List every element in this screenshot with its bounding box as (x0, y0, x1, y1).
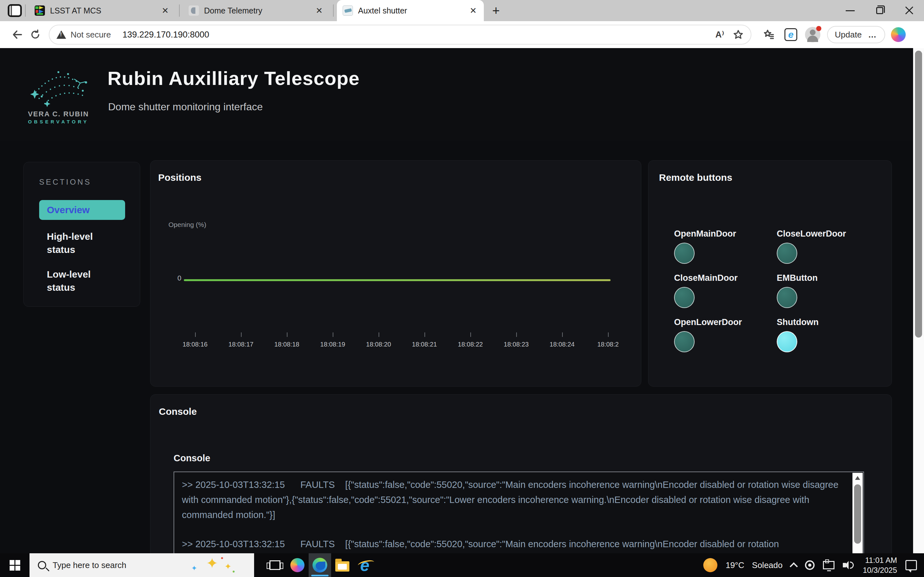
favorite-star-button[interactable] (733, 29, 744, 40)
positions-title: Positions (158, 172, 202, 183)
sidebar-item-low-level-status[interactable]: Low-level status (47, 268, 108, 294)
chart-x-tick: 18:08:21 (402, 341, 447, 348)
tab-close-icon[interactable]: ✕ (468, 6, 478, 15)
internet-explorer-button[interactable]: e (354, 553, 376, 577)
folder-icon (335, 561, 349, 572)
remote-button-shutdown: Shutdown (777, 318, 873, 352)
chart-y-axis-label: Opening (%) (168, 221, 206, 229)
remote-button-label: OpenMainDoor (674, 229, 771, 239)
avatar (805, 27, 821, 42)
more-menu-icon[interactable]: … (868, 30, 877, 40)
console-log[interactable]: >> 2025-10-03T13:32:15 FAULTS [{"status"… (174, 472, 864, 553)
windows-taskbar: Type here to search ✦✦✦●● e 19°C Soleado… (0, 553, 924, 577)
sections-heading: SECTIONS (39, 177, 91, 187)
restore-icon (876, 7, 883, 14)
auxtel-favicon-icon (342, 5, 353, 16)
tab-close-icon[interactable]: ✕ (160, 6, 170, 15)
scroll-up-icon[interactable] (855, 476, 860, 480)
console-scrollbar-thumb[interactable] (854, 484, 861, 544)
copilot-taskbar-icon (290, 558, 304, 572)
copilot-icon[interactable] (891, 27, 906, 42)
minimize-button[interactable] (835, 0, 865, 21)
file-explorer-button[interactable] (331, 553, 354, 577)
labview-favicon-icon (35, 5, 45, 16)
search-placeholder: Type here to search (53, 560, 126, 570)
openmaindoor-circle-button[interactable] (674, 243, 695, 264)
close-button[interactable] (895, 0, 924, 21)
chart-x-tick: 18:08:18 (264, 341, 309, 348)
edge-icon (312, 558, 327, 572)
refresh-button[interactable] (26, 26, 44, 44)
chart-x-tick: 18:08:19 (310, 341, 355, 348)
remote-button-label: OpenLowerDoor (674, 318, 771, 327)
weather-widget[interactable]: 19°C Soleado (726, 560, 783, 570)
remote-button-label: CloseLowerDoor (777, 229, 873, 239)
internet-explorer-icon: e (360, 556, 370, 575)
openlowerdoor-circle-button[interactable] (674, 331, 695, 352)
remote-button-label: CloseMainDoor (674, 273, 771, 283)
new-tab-button[interactable]: + (487, 2, 505, 19)
page-scrollbar-thumb[interactable] (915, 51, 922, 338)
read-aloud-button[interactable]: A⁾ (716, 29, 724, 40)
copilot-taskbar-button[interactable] (286, 553, 309, 577)
network-icon[interactable] (823, 561, 835, 569)
constellation-icon (26, 63, 90, 109)
browser-toolbar: Not secure 139.229.170.190:8000 A⁾ e Upd… (0, 21, 924, 48)
taskbar-tray: 19°C Soleado 11:01 AM 10/3/2025 (703, 553, 924, 577)
chart-x-tick: 18:08:16 (173, 341, 218, 348)
windows-logo-icon (10, 560, 20, 571)
task-view-button[interactable] (264, 553, 286, 577)
restore-button[interactable] (865, 0, 895, 21)
weather-temp: 19°C (726, 560, 744, 570)
edge-taskbar-button[interactable] (309, 553, 331, 577)
shutdown-circle-button[interactable] (777, 331, 797, 352)
browser-tab-auxtel-shutter[interactable]: Auxtel shutter✕ (337, 0, 484, 21)
update-button[interactable]: Update … (827, 26, 885, 43)
search-icon (38, 561, 46, 569)
weather-sun-icon[interactable] (703, 558, 717, 572)
closemaindoor-circle-button[interactable] (674, 287, 695, 308)
embutton-circle-button[interactable] (777, 287, 797, 308)
search-highlights-icon[interactable]: ✦✦✦●● (191, 556, 242, 574)
tab-separator (25, 5, 26, 17)
ie-mode-button[interactable]: e (782, 26, 800, 43)
remote-buttons-title: Remote buttons (659, 172, 732, 183)
console-entries: >> 2025-10-03T13:32:15 FAULTS [{"status"… (182, 477, 841, 552)
tray-expand-icon[interactable] (790, 562, 798, 570)
address-bar[interactable]: Not secure 139.229.170.190:8000 A⁾ (49, 25, 751, 45)
closelowerdoor-circle-button[interactable] (777, 243, 797, 264)
tab-close-icon[interactable]: ✕ (314, 6, 324, 15)
tray-record-icon[interactable] (805, 560, 814, 570)
update-label: Update (835, 30, 862, 40)
start-button[interactable] (0, 553, 29, 577)
notification-center-icon[interactable] (905, 560, 917, 570)
refresh-icon (29, 29, 41, 40)
chart-x-tick: 18:08:17 (218, 341, 263, 348)
volume-icon[interactable] (843, 560, 855, 570)
taskbar-clock[interactable]: 11:01 AM 10/3/2025 (863, 555, 897, 575)
browser-tab-lsst-at-mcs[interactable]: LSST AT MCS✕ (29, 0, 176, 21)
security-label[interactable]: Not secure (71, 30, 111, 40)
page-scrollbar[interactable] (913, 48, 924, 553)
chart-x-tick: 18:08:20 (356, 341, 401, 348)
chart-x-tick: 18:08:22 (448, 341, 493, 348)
site-header: VERA C. RUBIN OBSERVATORY Rubin Auxillia… (0, 48, 913, 141)
favorites-bar-button[interactable] (760, 26, 778, 43)
back-button[interactable] (8, 26, 26, 44)
taskbar-search[interactable]: Type here to search ✦✦✦●● (29, 553, 254, 577)
browser-tab-dome-telemetry[interactable]: Dome Telemetry✕ (183, 0, 330, 21)
page-title: Rubin Auxilliary Telescope (107, 67, 360, 89)
tab-title: Dome Telemetry (204, 6, 314, 15)
sidebar-item-overview[interactable]: Overview (39, 200, 125, 220)
clock-time: 11:01 AM (863, 555, 897, 565)
chart-x-tick: 18:08:23 (494, 341, 539, 348)
console-log-entry: >> 2025-10-03T13:32:15 FAULTS [{"status"… (182, 477, 841, 522)
profile-button[interactable] (804, 26, 821, 43)
console-card-title: Console (159, 406, 197, 417)
sidebar-item-high-level-status[interactable]: High-level status (47, 230, 108, 256)
back-icon (11, 29, 23, 41)
remote-button-label: EMButton (777, 273, 873, 283)
tab-actions-icon[interactable] (8, 4, 22, 17)
console-scrollbar[interactable] (853, 473, 863, 553)
url-text[interactable]: 139.229.170.190:8000 (123, 30, 707, 40)
